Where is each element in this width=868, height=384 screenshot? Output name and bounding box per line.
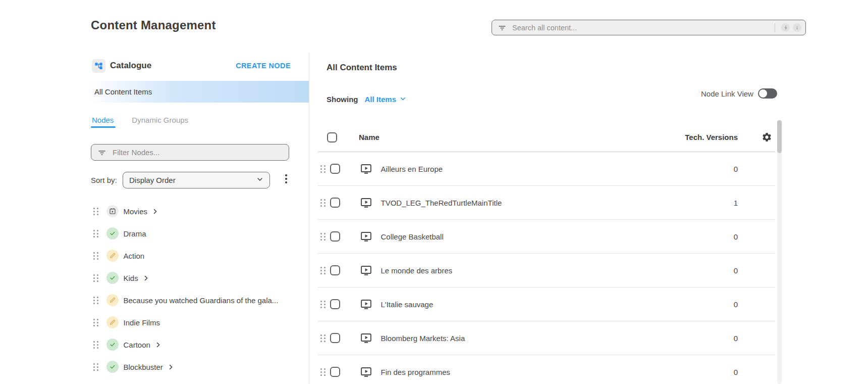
node-list-item[interactable]: Drama bbox=[91, 222, 309, 245]
chevron-down-icon bbox=[256, 176, 263, 184]
sidebar-item-all-content-items[interactable]: All Content Items bbox=[91, 81, 309, 103]
content-item-row[interactable]: Fin des programmes 0 bbox=[318, 355, 775, 384]
filter-nodes-field[interactable] bbox=[91, 144, 289, 161]
row-checkbox[interactable] bbox=[330, 198, 340, 208]
tab-dynamic-groups[interactable]: Dynamic Groups bbox=[132, 116, 188, 124]
chevron-right-icon[interactable] bbox=[143, 275, 149, 281]
chevron-right-icon[interactable] bbox=[152, 208, 158, 215]
chevron-down-icon bbox=[400, 95, 406, 104]
drag-handle-icon[interactable] bbox=[320, 334, 326, 342]
drag-handle-icon[interactable] bbox=[93, 297, 98, 304]
select-all-checkbox[interactable] bbox=[327, 132, 337, 142]
draft-status-icon bbox=[106, 294, 119, 306]
node-list-item[interactable]: Indie Films bbox=[91, 311, 309, 333]
node-list-item[interactable]: Kids bbox=[91, 267, 309, 289]
published-status-icon bbox=[106, 339, 119, 351]
content-item-row[interactable]: Le monde des arbres 0 bbox=[318, 254, 775, 287]
scrollbar-thumb[interactable] bbox=[777, 120, 782, 153]
video-item-icon bbox=[360, 332, 372, 344]
drag-handle-icon[interactable] bbox=[93, 274, 98, 282]
drag-handle-icon[interactable] bbox=[93, 208, 98, 215]
published-status-icon bbox=[106, 272, 119, 284]
content-panel-title: All Content Items bbox=[327, 63, 397, 73]
content-item-row[interactable]: Ailleurs en Europe 0 bbox=[318, 152, 775, 186]
lightning-icon[interactable] bbox=[781, 23, 790, 32]
tech-versions-count: 0 bbox=[726, 368, 746, 376]
catalogue-panel: Catalogue CREATE NODE All Content Items … bbox=[91, 52, 309, 384]
content-item-name: Fin des programmes bbox=[381, 368, 451, 376]
node-list: Movies Drama Action Kids Because you wat… bbox=[91, 200, 309, 378]
content-item-row[interactable]: Bloomberg Markets: Asia 0 bbox=[318, 321, 775, 355]
node-link-view-toggle[interactable] bbox=[758, 88, 777, 99]
row-checkbox[interactable] bbox=[330, 299, 340, 309]
gear-icon[interactable] bbox=[762, 132, 772, 142]
showing-filter-dropdown[interactable]: All Items bbox=[365, 95, 407, 104]
content-item-row[interactable]: College Basketball 0 bbox=[318, 220, 775, 254]
showing-filter-value: All Items bbox=[365, 95, 397, 104]
table-scrollbar[interactable] bbox=[777, 120, 782, 384]
drag-handle-icon[interactable] bbox=[320, 165, 326, 173]
content-item-name: Le monde des arbres bbox=[381, 266, 453, 275]
toggle-knob bbox=[759, 89, 767, 98]
more-options-icon[interactable] bbox=[283, 174, 289, 183]
drag-handle-icon[interactable] bbox=[93, 319, 98, 326]
node-label: Kids bbox=[124, 274, 138, 282]
column-header-tech-versions: Tech. Versions bbox=[685, 133, 738, 141]
published-status-icon bbox=[106, 361, 119, 373]
showing-label: Showing bbox=[327, 95, 358, 104]
chevron-right-icon[interactable] bbox=[155, 342, 161, 348]
sort-order-select[interactable]: Display Order bbox=[123, 172, 270, 188]
content-item-name: Ailleurs en Europe bbox=[381, 165, 443, 173]
node-list-item[interactable]: Because you watched Guardians of the gal… bbox=[91, 289, 309, 311]
node-label: Because you watched Guardians of the gal… bbox=[124, 296, 279, 305]
tech-versions-count: 0 bbox=[726, 232, 746, 241]
drag-handle-icon[interactable] bbox=[320, 301, 326, 308]
node-list-item[interactable]: Blockbuster bbox=[91, 356, 309, 378]
table-header: Name Tech. Versions bbox=[318, 124, 775, 152]
video-item-icon bbox=[360, 163, 372, 175]
node-list-item[interactable]: Cartoon bbox=[91, 333, 309, 356]
draft-status-icon bbox=[106, 250, 119, 262]
drag-handle-icon[interactable] bbox=[93, 252, 98, 260]
video-item-icon bbox=[360, 299, 372, 310]
tech-versions-count: 0 bbox=[726, 300, 746, 309]
scheduled-status-icon bbox=[106, 205, 119, 217]
content-item-name: TVOD_LEG_TheRedTurtleMainTitle bbox=[381, 199, 502, 207]
tech-versions-count: 1 bbox=[726, 199, 746, 207]
node-label: Movies bbox=[124, 207, 148, 216]
content-item-row[interactable]: L'Italie sauvage 0 bbox=[318, 287, 775, 321]
drag-handle-icon[interactable] bbox=[320, 199, 326, 207]
content-management-app: Content Management Catalogue CREATE NODE… bbox=[0, 0, 868, 384]
drag-handle-icon[interactable] bbox=[93, 341, 98, 349]
content-item-row[interactable]: TVOD_LEG_TheRedTurtleMainTitle 1 bbox=[318, 186, 775, 220]
node-label: Blockbuster bbox=[124, 363, 163, 371]
row-checkbox[interactable] bbox=[330, 367, 340, 377]
drag-handle-icon[interactable] bbox=[320, 368, 326, 376]
row-checkbox[interactable] bbox=[330, 231, 340, 242]
drag-handle-icon[interactable] bbox=[93, 363, 98, 371]
search-bar[interactable] bbox=[492, 20, 806, 35]
node-link-view-label: Node Link View bbox=[701, 89, 753, 98]
search-input[interactable] bbox=[511, 23, 773, 32]
chevron-right-icon[interactable] bbox=[168, 364, 174, 370]
published-status-icon bbox=[106, 227, 119, 239]
drag-handle-icon[interactable] bbox=[320, 267, 326, 274]
showing-row: Showing All Items bbox=[327, 95, 406, 104]
node-list-item[interactable]: Action bbox=[91, 245, 309, 267]
column-header-name: Name bbox=[359, 133, 379, 141]
row-checkbox[interactable] bbox=[330, 164, 340, 174]
create-node-button[interactable]: CREATE NODE bbox=[236, 62, 291, 70]
node-label: Cartoon bbox=[124, 341, 150, 349]
table-body: Ailleurs en Europe 0 TVOD_LEG_TheRedTurt… bbox=[318, 152, 775, 384]
node-label: Indie Films bbox=[124, 318, 160, 327]
panel-divider bbox=[309, 52, 309, 384]
drag-handle-icon[interactable] bbox=[320, 233, 326, 241]
drag-handle-icon[interactable] bbox=[93, 230, 98, 237]
node-list-item[interactable]: Movies bbox=[91, 200, 309, 222]
row-checkbox[interactable] bbox=[330, 333, 340, 343]
sort-order-value: Display Order bbox=[129, 176, 176, 184]
filter-nodes-input[interactable] bbox=[112, 148, 284, 157]
info-icon[interactable] bbox=[793, 23, 801, 32]
tab-nodes[interactable]: Nodes bbox=[92, 116, 114, 124]
row-checkbox[interactable] bbox=[330, 265, 340, 275]
